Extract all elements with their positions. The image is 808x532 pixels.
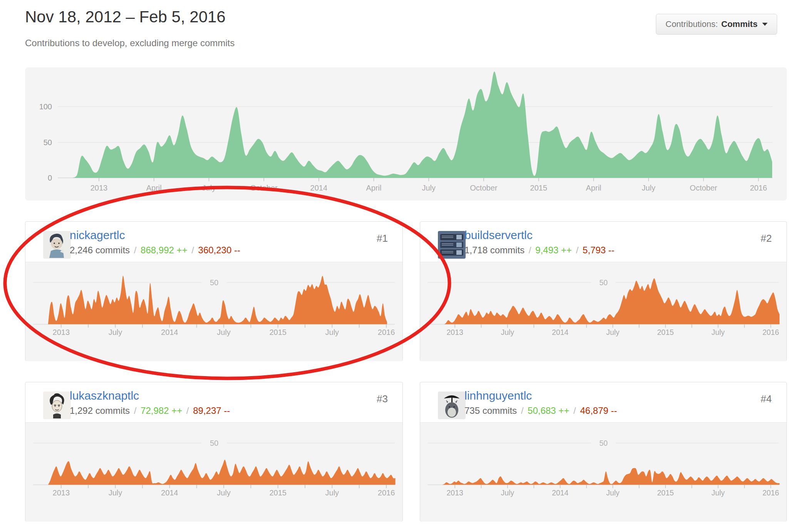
additions-count: 50,683 ++ bbox=[528, 405, 569, 416]
svg-text:2016: 2016 bbox=[378, 489, 395, 497]
svg-text:2013: 2013 bbox=[91, 184, 108, 192]
svg-text:2013: 2013 bbox=[53, 489, 70, 497]
filter-value: Commits bbox=[721, 19, 758, 29]
commit-count: 1,718 commits bbox=[464, 245, 525, 255]
svg-text:50: 50 bbox=[599, 439, 608, 447]
svg-text:April: April bbox=[586, 184, 601, 192]
svg-text:2015: 2015 bbox=[269, 328, 286, 336]
deletions-count: 360,230 -- bbox=[198, 245, 240, 255]
svg-text:100: 100 bbox=[39, 102, 52, 111]
additions-count: 9,493 ++ bbox=[535, 245, 572, 255]
svg-text:50: 50 bbox=[599, 278, 608, 287]
stats-separator: / bbox=[520, 405, 525, 416]
page-title: Nov 18, 2012 – Feb 5, 2016 bbox=[25, 8, 226, 26]
page-subtitle: Contributions to develop, excluding merg… bbox=[25, 38, 235, 49]
svg-text:July: July bbox=[642, 184, 655, 192]
svg-text:October: October bbox=[250, 184, 278, 192]
contributor-username-link[interactable]: linhnguyentlc bbox=[464, 389, 532, 402]
contributor-graph: 502013July2014July2015July2016 bbox=[420, 422, 786, 522]
svg-text:October: October bbox=[690, 184, 717, 192]
svg-text:2016: 2016 bbox=[750, 184, 767, 192]
card-header: lukaszknaptlc 1,292 commits / 72,982 ++ … bbox=[25, 382, 402, 422]
contributor-username-link[interactable]: lukaszknaptlc bbox=[70, 389, 139, 402]
svg-text:0: 0 bbox=[48, 174, 52, 182]
contributor-username-link[interactable]: nickagertlc bbox=[70, 229, 125, 242]
svg-text:2014: 2014 bbox=[552, 489, 568, 497]
deletions-count: 5,793 -- bbox=[583, 245, 615, 255]
stats-separator: / bbox=[572, 405, 578, 416]
svg-text:2014: 2014 bbox=[161, 489, 178, 497]
svg-text:July: July bbox=[711, 489, 725, 497]
contributor-card-4: linhnguyentlc 735 commits / 50,683 ++ / … bbox=[420, 382, 787, 522]
contributions-filter-button[interactable]: Contributions: Commits bbox=[656, 14, 777, 35]
svg-text:July: July bbox=[109, 328, 122, 336]
svg-text:April: April bbox=[146, 184, 162, 192]
svg-text:2015: 2015 bbox=[657, 328, 674, 336]
card-header: linhnguyentlc 735 commits / 50,683 ++ / … bbox=[420, 382, 786, 422]
avatar-buildservertlc[interactable] bbox=[438, 231, 466, 259]
deletions-count: 46,879 -- bbox=[580, 405, 617, 416]
svg-text:October: October bbox=[470, 184, 497, 192]
contributor-rank-badge: #1 bbox=[377, 233, 388, 244]
svg-text:2015: 2015 bbox=[530, 184, 547, 192]
contributor-rank-badge: #3 bbox=[377, 393, 388, 405]
stats-separator: / bbox=[575, 245, 580, 255]
svg-text:July: July bbox=[217, 489, 231, 497]
contributors-page: Nov 18, 2012 – Feb 5, 2016 Contributions… bbox=[0, 0, 808, 532]
commit-count: 1,292 commits bbox=[70, 405, 130, 416]
svg-text:2016: 2016 bbox=[763, 328, 779, 336]
contributor-stats: 1,292 commits / 72,982 ++ / 89,237 -- bbox=[70, 405, 230, 416]
svg-text:April: April bbox=[366, 184, 381, 192]
stats-separator: / bbox=[527, 245, 533, 255]
svg-text:July: July bbox=[325, 489, 339, 497]
additions-count: 72,982 ++ bbox=[141, 405, 182, 416]
stats-separator: / bbox=[132, 245, 138, 255]
avatar-linhnguyentlc[interactable] bbox=[438, 391, 466, 419]
contributor-graph: 502013July2014July2015July2016 bbox=[25, 422, 402, 522]
svg-text:July: July bbox=[217, 328, 231, 336]
commit-count: 2,246 commits bbox=[70, 245, 130, 255]
card-header: buildservertlc 1,718 commits / 9,493 ++ … bbox=[420, 222, 786, 262]
main-graph-area: 0501002013AprilJulyOctober2014AprilJulyO… bbox=[25, 67, 787, 201]
svg-text:2013: 2013 bbox=[53, 328, 70, 336]
contributor-rank-badge: #4 bbox=[761, 393, 772, 405]
svg-text:July: July bbox=[325, 328, 339, 336]
svg-text:2015: 2015 bbox=[269, 489, 286, 497]
stats-separator: / bbox=[190, 245, 196, 255]
contributor-card-2: buildservertlc 1,718 commits / 9,493 ++ … bbox=[420, 221, 787, 361]
svg-text:2014: 2014 bbox=[552, 328, 568, 336]
main-contributions-graph: 0501002013AprilJulyOctober2014AprilJulyO… bbox=[25, 67, 787, 201]
svg-text:2014: 2014 bbox=[310, 184, 328, 192]
contributor-card-3: lukaszknaptlc 1,292 commits / 72,982 ++ … bbox=[25, 382, 403, 522]
contributor-stats: 2,246 commits / 868,992 ++ / 360,230 -- bbox=[70, 245, 240, 256]
card-header: nickagertlc 2,246 commits / 868,992 ++ /… bbox=[25, 222, 402, 262]
stats-separator: / bbox=[132, 405, 138, 416]
contributor-stats: 735 commits / 50,683 ++ / 46,879 -- bbox=[464, 405, 617, 416]
deletions-count: 89,237 -- bbox=[193, 405, 230, 416]
svg-text:2014: 2014 bbox=[161, 328, 178, 336]
svg-text:July: July bbox=[109, 489, 122, 497]
filter-label: Contributions: bbox=[666, 19, 718, 29]
caret-down-icon bbox=[762, 23, 768, 26]
contributor-card-1: nickagertlc 2,246 commits / 868,992 ++ /… bbox=[25, 221, 403, 361]
commit-count: 735 commits bbox=[464, 405, 517, 416]
additions-count: 868,992 ++ bbox=[141, 245, 187, 255]
svg-text:July: July bbox=[606, 328, 620, 336]
contributor-username-link[interactable]: buildservertlc bbox=[464, 229, 533, 242]
avatar-lukaszknaptlc[interactable] bbox=[43, 391, 71, 419]
svg-text:2016: 2016 bbox=[763, 489, 779, 497]
svg-text:July: July bbox=[606, 489, 620, 497]
svg-text:2013: 2013 bbox=[447, 328, 463, 336]
avatar-nickagertlc[interactable] bbox=[43, 231, 71, 259]
svg-text:July: July bbox=[202, 184, 216, 192]
contributor-graph: 502013July2014July2015July2016 bbox=[420, 262, 786, 361]
svg-text:July: July bbox=[501, 489, 515, 497]
svg-text:July: July bbox=[501, 328, 515, 336]
svg-text:2015: 2015 bbox=[657, 489, 674, 497]
stats-separator: / bbox=[185, 405, 191, 416]
svg-text:50: 50 bbox=[210, 278, 218, 287]
svg-text:2013: 2013 bbox=[447, 489, 463, 497]
svg-text:July: July bbox=[422, 184, 436, 192]
svg-text:50: 50 bbox=[44, 138, 52, 147]
contributor-stats: 1,718 commits / 9,493 ++ / 5,793 -- bbox=[464, 245, 615, 256]
